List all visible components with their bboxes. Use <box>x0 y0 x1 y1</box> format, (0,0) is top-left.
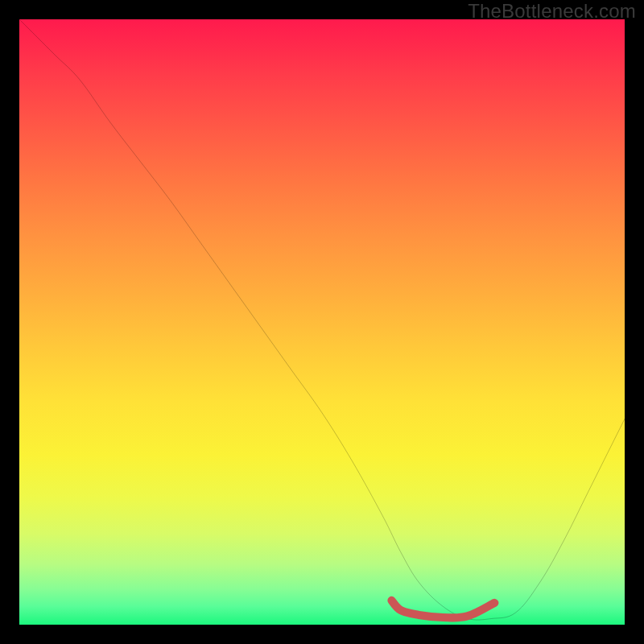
plot-area <box>19 19 625 625</box>
chart-frame: TheBottleneck.com <box>0 0 644 644</box>
bottleneck-curve <box>19 19 625 625</box>
watermark-text: TheBottleneck.com <box>468 0 636 23</box>
